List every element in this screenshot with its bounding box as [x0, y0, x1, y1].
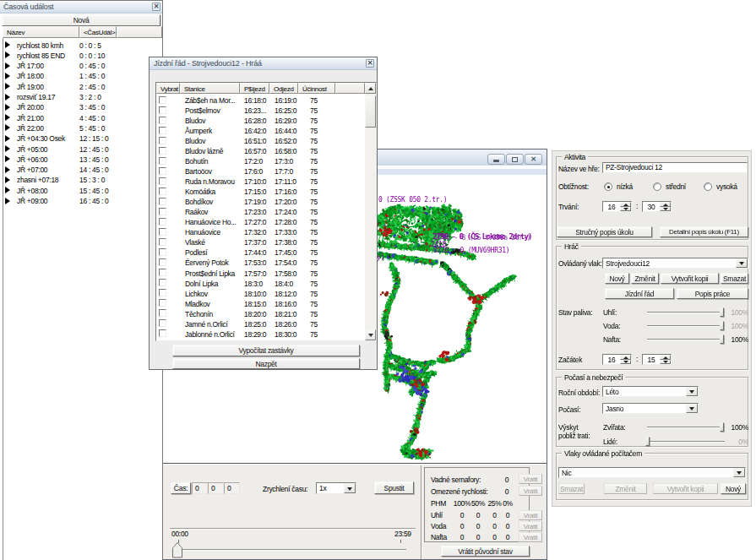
revert-button[interactable]: Vrátit — [519, 510, 542, 520]
hazard-slider-track[interactable] — [647, 427, 725, 427]
restore-original-button[interactable]: Vrátit původní stav — [441, 546, 530, 557]
timeline-slider-thumb[interactable] — [171, 541, 183, 559]
time-seconds-field[interactable]: 0 — [224, 482, 240, 494]
game-name-input[interactable]: PZ-Strojvedouci 12 — [602, 162, 748, 173]
row-checkbox[interactable] — [159, 188, 166, 195]
row-checkbox[interactable] — [159, 157, 166, 165]
controlled-train-combobox[interactable]: Strojvedouci12 — [602, 258, 748, 269]
column-header-ucinnost[interactable]: Účinnost — [298, 83, 335, 94]
row-checkbox[interactable] — [159, 329, 166, 337]
event-row[interactable]: JŘ 17:000 : 45 : 0 — [3, 61, 162, 71]
controlled-train-dropdown-icon[interactable] — [736, 258, 748, 268]
row-checkbox[interactable] — [159, 299, 166, 307]
timetable-row[interactable]: Ruda n.Moravou17:10:017:11:075 — [157, 177, 365, 187]
ct-change-button[interactable]: Změnit — [604, 483, 647, 494]
row-checkbox[interactable] — [159, 238, 166, 246]
fuel-slider-track[interactable] — [647, 339, 725, 340]
hazard-slider-track[interactable] — [647, 441, 725, 442]
timetable-row[interactable]: Post$elmov16:23...16:25:075 — [157, 106, 365, 116]
row-checkbox[interactable] — [159, 269, 166, 276]
hazard-slider-thumb[interactable] — [645, 437, 650, 446]
event-row[interactable]: JŘ +05:0012 : 45 : 0 — [3, 144, 162, 154]
difficulty-radio-nizka[interactable] — [604, 182, 612, 191]
timeline-slider-track[interactable] — [173, 549, 406, 550]
revert-button[interactable]: Vrátit — [519, 474, 542, 484]
new-event-button[interactable]: Nová — [2, 14, 160, 26]
timetable-titlebar[interactable]: Jízdní řád - Strojvedouci12 - Hráá ✕ — [150, 57, 377, 70]
weather-combobox[interactable]: Jasno — [602, 403, 699, 414]
timetable-row[interactable]: Záb$eh na Mor...16:18:016:19:075 — [157, 95, 365, 106]
difficulty-radio-stredni[interactable] — [653, 182, 661, 191]
speed-combobox[interactable]: 1x — [316, 482, 356, 494]
row-checkbox[interactable] — [159, 117, 166, 124]
event-row[interactable]: rozsviť 19.173 : 2 : 0 — [3, 92, 162, 102]
ct-copy-button[interactable]: Vytvořit kopii — [653, 483, 718, 494]
duration-hours-down[interactable] — [620, 207, 631, 212]
weather-dropdown-icon[interactable] — [686, 404, 698, 413]
start-hours-down[interactable] — [620, 360, 631, 365]
start-button[interactable]: Spustit — [374, 481, 414, 494]
hazard-slider-thumb[interactable] — [720, 422, 724, 432]
timetable-row[interactable]: Komöátka17:15:017:16:075 — [157, 187, 365, 197]
row-checkbox[interactable] — [159, 96, 166, 104]
row-checkbox[interactable] — [159, 137, 166, 144]
player-new-button[interactable]: Nový — [605, 273, 629, 284]
event-row[interactable]: JŘ +04:30 Osek12 : 15 : 0 — [3, 133, 162, 144]
revert-button[interactable]: Vrátit — [519, 521, 542, 531]
timetable-row[interactable]: Prost$ední Lipka17:57:017:58:075 — [157, 268, 365, 278]
row-checkbox[interactable] — [159, 177, 166, 185]
column-header-prijezd[interactable]: P$íjezd — [240, 83, 269, 94]
event-row[interactable]: rychlost 85 END0 : 0 : 10 — [3, 50, 162, 60]
row-checkbox[interactable] — [159, 147, 166, 155]
timetable-row[interactable]: Bludov16:51:016:52:075 — [157, 136, 365, 146]
scrollbar-up-button[interactable] — [365, 83, 376, 94]
player-delete-button[interactable]: Smazat — [721, 273, 748, 284]
ct-delete-button[interactable]: Smazat — [558, 483, 585, 494]
duration-minutes-down[interactable] — [660, 207, 671, 212]
column-header-odjezd[interactable]: Odjezd — [269, 83, 298, 94]
timetable-row[interactable]: Jablonné n.Orlicí18:29:018:30:075 — [157, 329, 365, 339]
row-checkbox[interactable] — [159, 208, 166, 215]
timetable-scrollbar[interactable] — [365, 83, 376, 340]
row-checkbox[interactable] — [159, 218, 166, 226]
event-row[interactable]: JŘ 18:001 : 45 : 0 — [3, 71, 162, 81]
ct-new-button[interactable]: Nový — [721, 483, 746, 494]
compute-stops-button[interactable]: Vypočítat zastávky — [172, 345, 360, 356]
row-checkbox[interactable] — [159, 279, 166, 286]
timetable-row[interactable]: Mladkov18:15:018:16:075 — [157, 298, 365, 308]
column-header-blank[interactable] — [335, 83, 365, 94]
timetable-button[interactable]: Jízdní řád — [605, 288, 674, 299]
revert-button[interactable]: Vrátit — [519, 486, 542, 496]
duration-hours-spinner[interactable]: 16 — [602, 201, 632, 212]
timetable-row[interactable]: Vlaské17:37:017:38:075 — [157, 237, 365, 247]
job-description-button[interactable]: Popis práce — [677, 288, 748, 299]
timetable-row[interactable]: Éervený Potok17:53:017:54:075 — [157, 258, 365, 268]
speed-dropdown-icon[interactable] — [344, 483, 356, 493]
start-minutes-down[interactable] — [660, 360, 671, 365]
brief-description-button[interactable]: Stručný popis úkolu — [557, 226, 652, 237]
event-row[interactable]: JŘ +09:0016 : 45 : 0 — [3, 196, 162, 206]
duration-minutes-spinner[interactable]: 30 — [642, 201, 672, 212]
fuel-slider-track[interactable] — [647, 325, 725, 326]
column-header-nazev[interactable]: Název — [3, 26, 79, 38]
event-row[interactable]: zhasni +07:1815 : 3 : 0 — [3, 175, 162, 185]
timetable-row[interactable]: Åumperk16:42:016:44:075 — [157, 126, 365, 136]
fuel-slider-track[interactable] — [647, 312, 725, 313]
row-checkbox[interactable] — [159, 248, 166, 256]
row-checkbox[interactable] — [159, 106, 166, 114]
event-row[interactable]: JŘ 19:002 : 45 : 0 — [3, 81, 162, 91]
season-dropdown-icon[interactable] — [686, 387, 698, 396]
timetable-row[interactable]: Jamné n.Orlicí18:25:018:26:075 — [157, 318, 365, 329]
timetable-row[interactable]: Raákov17:23:017:24:075 — [157, 207, 365, 217]
event-row[interactable]: JŘ 20:003 : 45 : 0 — [3, 102, 162, 112]
start-minutes-spinner[interactable]: 15 — [642, 354, 672, 365]
event-row[interactable]: JŘ 21:004 : 45 : 0 — [3, 112, 162, 122]
event-row[interactable]: JŘ +07:0014 : 45 : 0 — [3, 165, 162, 175]
time-minutes-field[interactable]: 0 — [208, 482, 224, 494]
row-checkbox[interactable] — [159, 309, 166, 317]
scrollbar-thumb[interactable] — [365, 95, 376, 128]
player-copy-button[interactable]: Vytvořit kopii — [661, 273, 719, 284]
column-header-casudal[interactable]: <ČasUdál> — [79, 26, 117, 38]
time-event-close-button[interactable]: ✕ — [152, 3, 160, 11]
back-button[interactable]: Nazpět — [172, 358, 360, 369]
